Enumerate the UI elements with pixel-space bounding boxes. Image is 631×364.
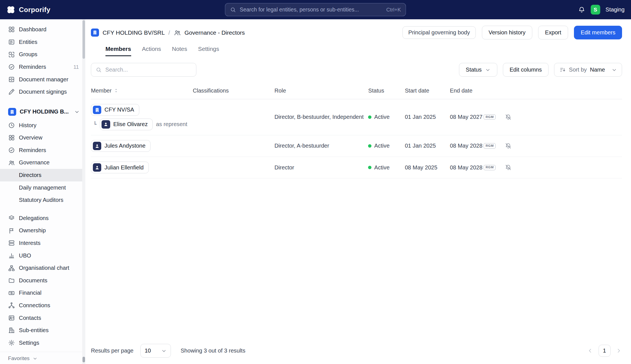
- version-history-button[interactable]: Version history: [482, 26, 532, 39]
- column-header-status[interactable]: Status: [368, 88, 405, 94]
- sidebar-item-label: Entities: [19, 39, 37, 45]
- list-footer: Results per page 10 Showing 3 out of 3 r…: [91, 338, 622, 364]
- contacts-icon: [8, 315, 15, 321]
- sidebar-item-label: Interests: [19, 240, 41, 246]
- edit-members-button[interactable]: Edit members: [574, 26, 622, 39]
- reminders-icon: [8, 147, 15, 153]
- start-date-cell: 01 Jan 2025: [405, 143, 450, 149]
- status-cell: Active: [368, 143, 405, 149]
- sidebar-item-overview[interactable]: Overview: [0, 131, 85, 144]
- sidebar-item-interests[interactable]: Interests: [0, 237, 85, 249]
- sidebar-item-label: Reminders: [19, 147, 46, 153]
- reminders-count-badge: 11: [74, 64, 79, 70]
- sidebar-item-document-manager[interactable]: Document manager: [0, 73, 85, 86]
- column-header-end-date[interactable]: End date: [450, 88, 484, 94]
- tab-members[interactable]: Members: [105, 46, 131, 56]
- brand[interactable]: Corporify: [6, 5, 50, 14]
- search-icon: [96, 67, 102, 73]
- sidebar-item-contacts[interactable]: Contacts: [0, 312, 85, 324]
- sidebar-item-documents[interactable]: Documents: [0, 274, 85, 287]
- column-header-role[interactable]: Role: [274, 88, 368, 94]
- representative-note: as represent: [156, 121, 187, 127]
- sidebar-item-directors[interactable]: Directors: [0, 169, 85, 181]
- sidebar-item-governance[interactable]: Governance: [0, 157, 85, 169]
- sidebar-favorites[interactable]: Favorites: [0, 352, 85, 364]
- bell-icon: [578, 6, 585, 13]
- sidebar-item-label: Financial: [19, 290, 42, 296]
- notifications-muted-icon[interactable]: [505, 114, 512, 121]
- breadcrumb-entity-icon: [91, 29, 99, 37]
- members-search-input[interactable]: [105, 67, 192, 73]
- status-cell: Active: [368, 114, 405, 120]
- member-name: Elise Olivarez: [113, 121, 148, 127]
- sidebar-item-groups[interactable]: Groups: [0, 48, 85, 61]
- scrollbar-thumb[interactable]: [83, 20, 85, 59]
- edit-columns-button[interactable]: Edit columns: [503, 63, 548, 77]
- sidebar-item-dashboard[interactable]: Dashboard: [0, 23, 85, 36]
- sidebar-item-reminders[interactable]: Reminders 11: [0, 61, 85, 73]
- sort-control[interactable]: Sort by Name: [554, 63, 622, 77]
- chevron-right-icon[interactable]: [616, 348, 622, 354]
- member-chip-person[interactable]: Jules Andystone: [91, 140, 150, 152]
- person-icon: [93, 142, 101, 150]
- results-summary: Showing 3 out of 3 results: [181, 348, 246, 354]
- end-date-cell: 08 May 2027: [450, 114, 484, 120]
- sidebar-item-history[interactable]: History: [0, 119, 85, 132]
- groups-icon: [8, 51, 15, 58]
- notifications-muted-icon[interactable]: [505, 142, 512, 150]
- tab-notes[interactable]: Notes: [172, 46, 187, 56]
- table-row: Jules Andystone Director, A-bestuurder A…: [91, 135, 622, 157]
- column-header-start-date[interactable]: Start date: [405, 88, 450, 94]
- scrollbar-thumb[interactable]: [83, 357, 85, 362]
- search-shortcut: Ctrl+K: [386, 7, 401, 13]
- sidebar-item-entity-reminders[interactable]: Reminders: [0, 144, 85, 157]
- sidebar-item-daily-management[interactable]: Daily management: [0, 181, 85, 194]
- column-label: Status: [368, 88, 384, 94]
- sidebar-item-ubo[interactable]: UBO: [0, 249, 85, 262]
- status-dot: [368, 144, 371, 148]
- sidebar-item-statutory-auditors[interactable]: Statutory Auditors: [0, 194, 85, 206]
- sidebar-item-delegations[interactable]: Delegations: [0, 212, 85, 224]
- reminders-icon: [8, 63, 15, 70]
- sidebar-item-settings[interactable]: Settings: [0, 337, 85, 349]
- principal-governing-body-tag: Principal governing body: [402, 26, 476, 39]
- member-chip-person[interactable]: Julian Ellenfield: [91, 162, 149, 173]
- sidebar-item-entities[interactable]: Entities: [0, 36, 85, 48]
- member-chip-entity[interactable]: CFY NV/SA: [91, 104, 139, 116]
- members-search[interactable]: [91, 63, 196, 77]
- sidebar-item-label: History: [19, 122, 37, 129]
- global-search-input[interactable]: [240, 6, 383, 13]
- status-filter-button[interactable]: Status: [459, 63, 497, 77]
- sidebar-item-financial[interactable]: Financial: [0, 287, 85, 299]
- interests-icon: [8, 240, 15, 246]
- global-search[interactable]: Ctrl+K: [225, 3, 406, 16]
- column-header-classifications[interactable]: Classifications: [193, 88, 274, 94]
- notifications-muted-icon[interactable]: [505, 164, 512, 171]
- sidebar-scrollbar[interactable]: [82, 19, 86, 364]
- chevron-left-icon[interactable]: [587, 348, 593, 354]
- tab-settings[interactable]: Settings: [198, 46, 219, 56]
- sidebar-item-sub-entities[interactable]: Sub-entities: [0, 324, 85, 337]
- column-header-member[interactable]: Member: [91, 88, 193, 94]
- notifications-button[interactable]: [578, 6, 585, 13]
- member-chip-person[interactable]: Elise Olivarez: [100, 119, 153, 130]
- results-per-page-select[interactable]: 10: [140, 344, 171, 358]
- sort-icon: [559, 67, 566, 73]
- rgm-badge: RGM: [484, 114, 496, 120]
- sidebar-item-label: Overview: [19, 134, 43, 141]
- page-number-button[interactable]: 1: [599, 345, 611, 357]
- breadcrumb-entity-link[interactable]: CFY HOLDING BV/SRL: [103, 29, 165, 36]
- sidebar-item-document-signings[interactable]: Document signings: [0, 86, 85, 98]
- sidebar-item-ownership[interactable]: Ownership: [0, 224, 85, 237]
- sidebar-item-label: Documents: [19, 277, 48, 284]
- sidebar-entity-header[interactable]: CFY HOLDING B...: [0, 105, 85, 119]
- user-avatar[interactable]: S: [591, 5, 601, 15]
- document-manager-icon: [8, 76, 15, 83]
- tab-actions[interactable]: Actions: [142, 46, 161, 56]
- sidebar-item-label: Sub-entities: [19, 327, 49, 334]
- sidebar-item-label: Settings: [19, 340, 39, 346]
- column-label: Member: [91, 88, 112, 94]
- sidebar-item-connections[interactable]: Connections: [0, 299, 85, 312]
- sidebar-item-organisational-chart[interactable]: Organisational chart: [0, 262, 85, 274]
- export-button[interactable]: Export: [538, 26, 568, 39]
